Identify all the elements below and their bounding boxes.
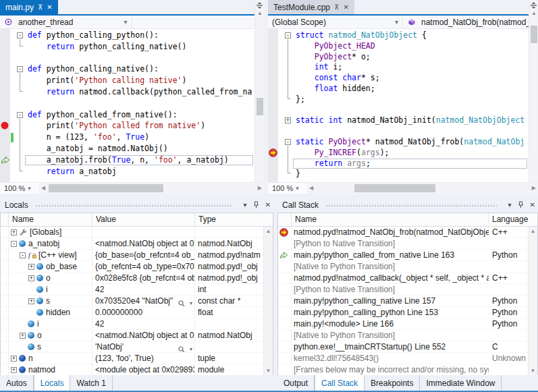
editor-group-splitter[interactable] (264, 0, 268, 194)
scrollbar-thumb[interactable] (257, 98, 263, 115)
locals-row[interactable]: +[Globals] (1, 227, 263, 238)
horizontal-scrollbar[interactable]: ◀ ▶ (39, 183, 264, 194)
scroll-down-icon[interactable]: ▼ (529, 368, 537, 374)
scrollbar-thumb[interactable] (531, 26, 537, 43)
scroll-left-icon[interactable]: ◀ (309, 185, 313, 191)
scope-dropdown[interactable]: another_thread ▾ (0, 16, 132, 28)
locals-row[interactable]: +o<natmod.NatObj object at 0xnatmod.NatO… (1, 330, 263, 341)
code-line[interactable]: }; (268, 94, 538, 105)
callstack-row[interactable]: natmod.pyd!natmod_NatObj_frob(natmod_Nat… (278, 227, 528, 238)
window-position-icon[interactable]: ▾ (508, 202, 512, 208)
locals-row[interactable]: s'NatObj'▾ (1, 341, 263, 353)
visualizer-button[interactable]: ▾ (178, 298, 192, 306)
code-line[interactable]: int i; (268, 62, 538, 73)
locals-row[interactable]: +n(123, 'foo', True)tuple (1, 353, 263, 364)
tree-expander[interactable]: + (20, 333, 26, 339)
code-line[interactable]: float hidden; (268, 84, 538, 94)
code-line[interactable] (0, 99, 264, 109)
zoom-control[interactable]: 100 % ▾ (268, 184, 307, 192)
scroll-up-icon[interactable]: ▲ (264, 228, 273, 234)
code-line[interactable]: return args; (268, 159, 538, 169)
tree-expander[interactable]: + (28, 264, 34, 270)
fold-toggle[interactable]: - (285, 139, 291, 145)
vertical-scrollbar[interactable]: ▲ ▼ (528, 227, 537, 375)
column-header-name[interactable]: Name (292, 213, 489, 226)
close-icon[interactable]: ✕ (47, 4, 52, 11)
code-line[interactable]: print('Python calling native') (0, 76, 264, 86)
code-line[interactable]: print('Python called from native') (0, 121, 264, 132)
pin-icon[interactable] (518, 201, 524, 210)
locals-row[interactable]: i42 (1, 318, 263, 330)
code-line[interactable]: return natmod.callback(python_called_fro… (0, 87, 264, 98)
tab-breakpoints[interactable]: Breakpoints (365, 375, 420, 391)
code-line[interactable]: const char* s; (268, 73, 538, 84)
member-dropdown[interactable]: natmod_NatObj_frob(natmod_ ▾ (403, 16, 538, 28)
column-header-type[interactable]: Type (195, 213, 273, 226)
code-line[interactable]: -def python_called_from_native(): (0, 110, 264, 121)
tab-main-py[interactable]: main.py ⊼ ✕ (0, 0, 58, 14)
callstack-row[interactable]: main.py!<module> Line 166Python (278, 318, 528, 330)
code-line[interactable]: PyObject* o; (268, 52, 538, 63)
locals-row[interactable]: +natmod<module object at 0x029893fmodule (1, 364, 263, 375)
locals-row[interactable]: hidden0.000000000float (1, 307, 263, 318)
window-position-icon[interactable]: ▾ (244, 202, 247, 208)
code-line[interactable]: } (268, 169, 538, 179)
scroll-up-icon[interactable]: ▲ (529, 228, 537, 234)
code-line[interactable]: n = (123, 'foo', True) (0, 132, 264, 143)
scroll-up-icon[interactable]: ▲ (255, 10, 265, 16)
locals-titlebar[interactable]: Locals ▾ ✕ (0, 198, 273, 213)
callstack-row[interactable]: kernel32.dll!75648543()Unknown (278, 353, 528, 364)
close-icon[interactable]: ✕ (530, 202, 535, 208)
locals-row[interactable]: i42int (1, 284, 263, 296)
zoom-control[interactable]: 100 % ▾ (0, 184, 39, 192)
code-line[interactable]: return python_calling_native() (0, 42, 264, 53)
fold-toggle[interactable]: - (17, 32, 23, 38)
fold-toggle[interactable]: - (17, 112, 23, 118)
code-line[interactable] (268, 126, 538, 137)
scroll-down-icon[interactable]: ▼ (264, 368, 273, 374)
callstack-titlebar[interactable]: Call Stack ▾ ✕ (277, 198, 538, 213)
code-line[interactable]: -def python_calling_native(): (0, 64, 264, 75)
callstack-row[interactable]: [Native to Python Transition] (278, 330, 528, 341)
code-line[interactable]: return a_natobj (0, 167, 264, 177)
callstack-row[interactable]: main.py!python_called_from_native Line 1… (278, 250, 528, 261)
splitter-handle-icon[interactable] (529, 0, 538, 9)
pin-icon[interactable]: ⊼ (334, 4, 339, 11)
scroll-left-icon[interactable]: ◀ (41, 185, 45, 191)
scroll-right-icon[interactable]: ▶ (258, 185, 262, 191)
vertical-scrollbar[interactable]: ▲ ▼ (263, 227, 273, 375)
vertical-scrollbar[interactable]: ▲ ▼ (529, 0, 538, 194)
locals-row[interactable]: +s0x703520e4 "NatObj"▾const char * (1, 296, 263, 307)
column-header-value[interactable]: Value (92, 213, 195, 226)
locals-row[interactable]: +o0x028e5fc8 {ob_refcnt=4 ob_natmod.pyd!… (1, 273, 263, 284)
callstack-row[interactable]: python.exe!__tmainCRTStartup() Line 552C (278, 341, 528, 353)
callstack-row[interactable]: [Python to Native Transition] (278, 284, 528, 296)
close-icon[interactable]: ✕ (265, 202, 271, 208)
fold-toggle[interactable]: + (285, 117, 291, 123)
code-line[interactable]: -def python_calling_python(): (0, 30, 264, 41)
tree-expander[interactable]: - (20, 252, 26, 258)
tab-testmodule-cpp[interactable]: TestModule.cpp ⊼ ✕ (268, 0, 354, 14)
column-header-name[interactable]: Name (9, 213, 92, 226)
close-icon[interactable]: ✕ (343, 4, 348, 11)
scroll-right-icon[interactable]: ▶ (532, 185, 536, 191)
breakpoint-icon[interactable] (1, 121, 9, 132)
member-dropdown[interactable]: ▾ (132, 16, 265, 28)
pin-icon[interactable] (253, 201, 259, 210)
code-editor-main-py[interactable]: -def python_calling_python(): return pyt… (0, 29, 264, 182)
code-line[interactable]: a_natobj = natmod.NatObj() (0, 144, 264, 155)
tab-output[interactable]: Output (277, 375, 315, 391)
scrollbar-thumb[interactable] (354, 184, 435, 192)
horizontal-scrollbar[interactable]: ◀ ▶ (307, 183, 538, 194)
tree-expander[interactable]: + (28, 275, 34, 281)
locals-row[interactable]: +ob_base{ob_refcnt=4 ob_type=0x703natmod… (1, 261, 263, 273)
tab-watch-1[interactable]: Watch 1 (70, 375, 113, 391)
tree-expander[interactable]: + (11, 229, 17, 235)
tree-expander[interactable]: + (11, 356, 17, 362)
code-line[interactable]: -struct natmod_NatObjObject { (268, 30, 538, 41)
splitter-handle-icon[interactable] (255, 0, 264, 9)
callstack-row[interactable]: [Native to Python Transition] (278, 261, 528, 273)
scope-dropdown[interactable]: (Global Scope) ▾ (268, 16, 403, 28)
callstack-row[interactable]: [Frames below may be incorrect and/or mi… (278, 364, 528, 375)
visualizer-button[interactable]: ▾ (178, 343, 192, 352)
